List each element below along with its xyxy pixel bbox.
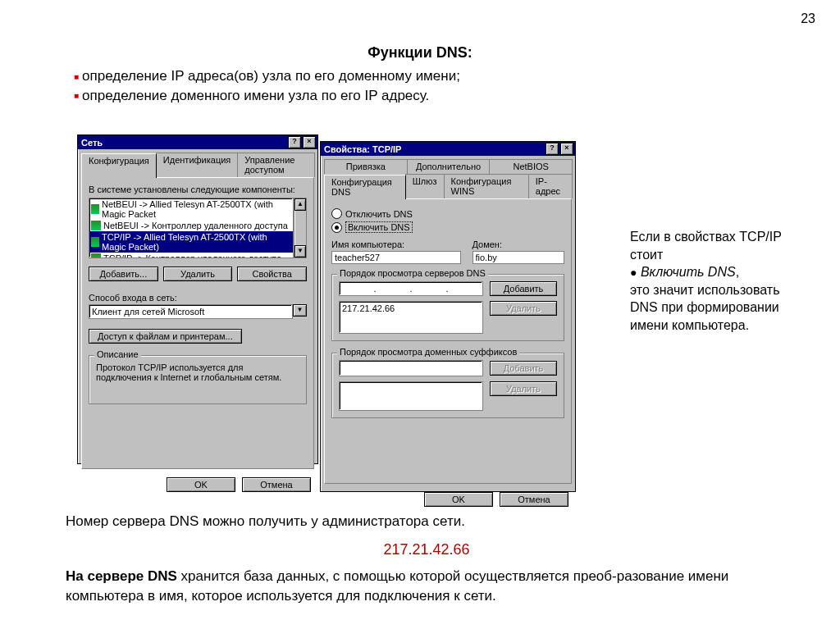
window-title: Сеть [81,138,103,148]
tab-ip-address[interactable]: IP-адрес [528,174,573,198]
dns-ip-input[interactable]: . . . [339,281,483,296]
tab-netbios[interactable]: NetBIOS [489,159,573,174]
dns-example-ip: 217.21.42.66 [66,539,788,560]
window-title: Свойства: TCP/IP [324,144,401,154]
protocol-icon [91,221,101,230]
domain-label: Домен: [472,239,565,249]
bullet-text: определение доменного имени узла по его … [82,88,429,103]
tab-wins-config[interactable]: Конфигурация WINS [444,174,529,198]
filled-dot-icon: ● [630,266,637,279]
logon-label: Способ входа в сеть: [89,293,307,303]
tab-identification[interactable]: Идентификация [156,153,238,177]
tab-strip: Конфигурация Идентификация Управление до… [81,153,314,177]
tab-advanced[interactable]: Дополнительно [407,159,491,174]
bullet-list: ■определение IP адреса(ов) узла по его д… [74,66,840,106]
side-note-emph: Включить DNS [641,265,736,279]
file-print-sharing-button[interactable]: Доступ к файлам и принтерам... [89,329,242,344]
components-listbox[interactable]: NetBEUI -> Allied Telesyn AT-2500TX (wit… [89,198,294,258]
suffix-input[interactable] [339,360,483,376]
side-note-line: это значит использовать DNS при формиров… [630,283,779,332]
radio-enable-dns[interactable]: Включить DNS [331,221,564,233]
side-note: Если в свойствах TCP/IP стоит ● Включить… [630,228,806,335]
protocol-icon [91,237,99,247]
tab-bindings[interactable]: Привязка [324,159,408,174]
components-label: В системе установлены следующие компонен… [89,185,307,194]
list-item-label: NetBEUI -> Контроллер удаленного доступа [103,221,288,230]
bullet-item: ■определение IP адреса(ов) узла по его д… [74,66,840,86]
ok-button[interactable]: OK [424,492,493,507]
hostname-label: Имя компьютера: [331,239,461,249]
help-icon[interactable]: ? [546,143,559,155]
side-note-line: Если в свойствах TCP/IP стоит [630,230,782,262]
dns-server-note: На сервере DNS хранится база данных, с п… [66,567,788,607]
tab-dns-config[interactable]: Конфигурация DNS [324,175,406,199]
group-label: Порядок просмотра доменных суффиксов [337,347,519,357]
list-item-label: TCP/IP -> Allied Telesyn AT-2500TX (with… [102,232,291,252]
dns-note: Номер сервера DNS можно получить у админ… [66,512,788,532]
dns-remove-button[interactable]: Удалить [490,301,557,316]
tab-strip-row1: Привязка Дополнительно NetBIOS [324,159,572,174]
dialog-tcpip-properties: Свойства: TCP/IP ? × Привязка Дополнител… [320,141,576,492]
cancel-button[interactable]: Отмена [242,477,311,492]
suffix-listbox[interactable] [339,381,483,411]
list-item[interactable]: 217.21.42.66 [342,303,480,313]
list-item[interactable]: TCP/IP -> Контроллер удаленного доступа [89,253,293,258]
bold-prefix: На сервере DNS [66,568,177,584]
description-text: Протокол TCP/IP используется для подключ… [96,362,299,382]
logon-select[interactable]: Клиент для сетей Microsoft [89,304,293,319]
ok-button[interactable]: OK [167,477,235,492]
suffix-group: Порядок просмотра доменных суффиксов Доб… [331,353,564,418]
tab-strip-row2: Конфигурация DNS Шлюз Конфигурация WINS … [324,174,572,198]
scroll-down-icon[interactable]: ▼ [294,245,306,258]
lower-text: Номер сервера DNS можно получить у админ… [66,512,788,607]
cancel-button[interactable]: Отмена [500,492,568,507]
radio-label: Отключить DNS [345,209,413,219]
bullet-square-icon: ■ [74,72,79,81]
titlebar[interactable]: Сеть ? × [78,135,317,149]
group-label: Порядок просмотра серверов DNS [337,268,488,278]
heading: Функции DNS: [0,44,840,62]
dialog-network: Сеть ? × Конфигурация Идентификация Упра… [77,134,318,464]
protocol-icon [91,204,99,214]
side-note-comma: , [736,265,739,279]
list-item[interactable]: NetBEUI -> Контроллер удаленного доступа [89,220,293,231]
dns-servers-group: Порядок просмотра серверов DNS . . . Доб… [331,274,564,341]
protocol-icon [91,253,101,258]
tab-configuration[interactable]: Конфигурация [81,153,157,178]
bullet-square-icon: ■ [74,91,79,100]
suffix-remove-button[interactable]: Удалить [490,381,557,396]
bullet-item: ■определение доменного имени узла по его… [74,86,840,106]
dns-add-button[interactable]: Добавить [490,281,557,296]
titlebar[interactable]: Свойства: TCP/IP ? × [321,142,575,156]
list-item-label: TCP/IP -> Контроллер удаленного доступа [103,253,281,258]
radio-icon [331,222,342,233]
suffix-add-button[interactable]: Добавить [490,361,557,376]
dns-servers-listbox[interactable]: 217.21.42.66 [339,301,483,334]
radio-label: Включить DNS [345,221,413,233]
dropdown-icon[interactable]: ▼ [293,304,307,317]
scrollbar[interactable]: ▲ ▼ [294,198,307,258]
dialog-buttons: OK Отмена [78,472,317,497]
dialog-buttons: OK Отмена [321,487,575,512]
scroll-up-icon[interactable]: ▲ [294,198,306,211]
close-icon[interactable]: × [303,136,316,148]
help-icon[interactable]: ? [288,136,301,148]
group-label: Описание [94,349,141,359]
close-icon[interactable]: × [560,143,573,155]
remove-button[interactable]: Удалить [163,267,233,281]
tab-gateway[interactable]: Шлюз [405,174,445,198]
add-button[interactable]: Добавить... [89,267,158,281]
hostname-input[interactable] [332,252,460,263]
properties-button[interactable]: Свойства [237,267,307,281]
radio-icon [331,208,342,219]
list-item-selected[interactable]: TCP/IP -> Allied Telesyn AT-2500TX (with… [89,231,293,253]
description-group: Описание Протокол TCP/IP используется дл… [89,355,307,404]
page-number: 23 [801,11,815,26]
list-item-label: NetBEUI -> Allied Telesyn AT-2500TX (wit… [102,199,291,219]
radio-disable-dns[interactable]: Отключить DNS [331,208,564,219]
tab-access-control[interactable]: Управление доступом [237,153,315,177]
tab-panel: Отключить DNS Включить DNS Имя компьютер… [324,198,572,484]
list-item[interactable]: NetBEUI -> Allied Telesyn AT-2500TX (wit… [89,198,293,220]
domain-input[interactable] [473,252,564,263]
bullet-text: определение IP адреса(ов) узла по его до… [82,68,460,84]
